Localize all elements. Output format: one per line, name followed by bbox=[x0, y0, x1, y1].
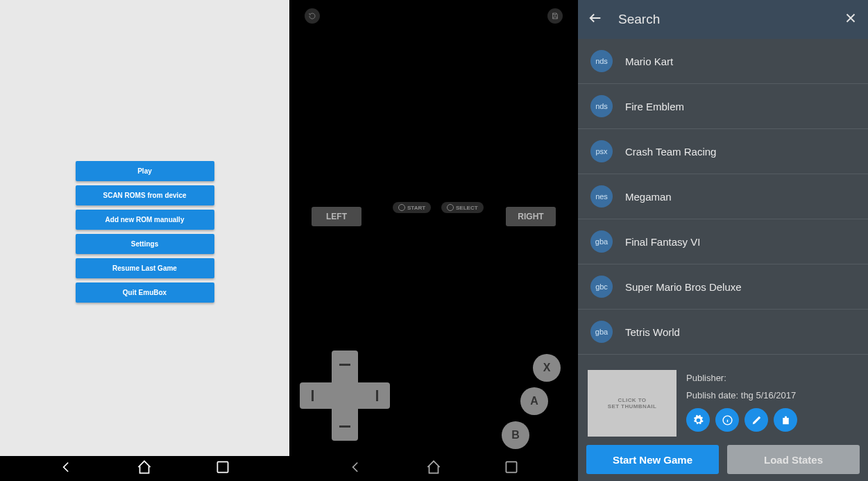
rom-name: Tetris World bbox=[625, 326, 680, 338]
home-icon[interactable] bbox=[135, 458, 153, 479]
platform-tag: nes bbox=[590, 185, 613, 208]
bottom-actions: Start New Game Load States bbox=[578, 437, 868, 481]
add-rom-button[interactable]: Add new ROM manually bbox=[76, 210, 214, 230]
left-shoulder-button[interactable]: LEFT bbox=[312, 207, 361, 226]
close-icon[interactable] bbox=[843, 10, 858, 29]
info-circle-button[interactable] bbox=[715, 408, 739, 432]
recent-icon[interactable] bbox=[214, 458, 232, 479]
android-navbar bbox=[0, 456, 289, 481]
settings-circle-button[interactable] bbox=[686, 408, 710, 432]
platform-tag: gba bbox=[590, 321, 613, 343]
thumbnail-placeholder[interactable]: CLICK TO SET THUMBNAIL bbox=[588, 370, 676, 437]
right-shoulder-button[interactable]: RIGHT bbox=[506, 207, 556, 226]
rom-metadata: Publisher: Publish date: thg 5/16/2017 bbox=[686, 370, 797, 432]
list-item[interactable]: gba Final Fantasy VI bbox=[578, 219, 868, 264]
list-item[interactable]: psx Crash Team Racing bbox=[578, 129, 868, 174]
scan-roms-button[interactable]: SCAN ROMS from device bbox=[76, 185, 214, 205]
platform-tag: nds bbox=[590, 50, 613, 72]
home-icon[interactable] bbox=[425, 458, 443, 479]
svg-rect-5 bbox=[506, 462, 516, 472]
list-item[interactable]: gba Tetris World bbox=[578, 310, 868, 355]
platform-tag: psx bbox=[590, 140, 613, 162]
publisher-label: Publisher: bbox=[686, 370, 797, 387]
rom-detail-panel: CLICK TO SET THUMBNAIL Publisher: Publis… bbox=[578, 363, 868, 437]
back-icon[interactable] bbox=[58, 458, 76, 479]
rom-name: Fire Emblem bbox=[625, 101, 684, 112]
start-new-game-button[interactable]: Start New Game bbox=[586, 445, 719, 474]
main-menu-screen: Play SCAN ROMS from device Add new ROM m… bbox=[0, 0, 289, 481]
search-screen: Search nds Mario Kart nds Fire Emblem ps… bbox=[578, 0, 868, 481]
delete-circle-button[interactable] bbox=[774, 408, 797, 432]
back-icon[interactable] bbox=[347, 458, 365, 479]
emulator-screen: LEFT RIGHT START SELECT X A B Load State… bbox=[289, 0, 578, 481]
a-button[interactable]: A bbox=[520, 387, 548, 415]
rom-list: nds Mario Kart nds Fire Emblem psx Crash… bbox=[578, 39, 868, 363]
settings-button[interactable]: Settings bbox=[76, 234, 214, 254]
rom-name: Super Mario Bros Deluxe bbox=[625, 281, 742, 293]
platform-tag: gbc bbox=[590, 276, 613, 298]
platform-tag: nds bbox=[590, 95, 613, 117]
rom-name: Final Fantasy VI bbox=[625, 236, 700, 248]
play-button[interactable]: Play bbox=[76, 161, 214, 181]
rom-name: Megaman bbox=[625, 191, 672, 203]
list-item[interactable]: nds Mario Kart bbox=[578, 39, 868, 84]
edit-circle-button[interactable] bbox=[744, 408, 768, 432]
back-arrow-icon[interactable] bbox=[588, 10, 603, 29]
list-item[interactable]: gbc Super Mario Bros Deluxe bbox=[578, 264, 868, 310]
page-title: Search bbox=[618, 12, 828, 27]
list-item[interactable]: nds Fire Emblem bbox=[578, 84, 868, 129]
select-button[interactable]: SELECT bbox=[441, 202, 484, 213]
android-navbar bbox=[289, 456, 578, 481]
quit-button[interactable]: Quit EmuBox bbox=[76, 282, 214, 303]
recent-icon[interactable] bbox=[502, 458, 520, 479]
rom-name: Mario Kart bbox=[625, 56, 673, 67]
search-header: Search bbox=[578, 0, 868, 39]
main-menu: Play SCAN ROMS from device Add new ROM m… bbox=[76, 161, 214, 307]
platform-tag: gba bbox=[590, 230, 613, 253]
x-button[interactable]: X bbox=[533, 354, 561, 382]
load-states-button[interactable]: Load States bbox=[727, 445, 860, 474]
save-disk-icon[interactable] bbox=[547, 8, 563, 24]
svg-rect-0 bbox=[217, 462, 228, 472]
rom-name: Crash Team Racing bbox=[625, 146, 716, 158]
rotate-icon[interactable] bbox=[305, 8, 320, 24]
list-item[interactable]: nes Megaman bbox=[578, 174, 868, 219]
publish-date: Publish date: thg 5/16/2017 bbox=[686, 387, 797, 405]
b-button[interactable]: B bbox=[502, 421, 529, 449]
start-button[interactable]: START bbox=[393, 202, 431, 213]
resume-button[interactable]: Resume Last Game bbox=[76, 258, 214, 278]
